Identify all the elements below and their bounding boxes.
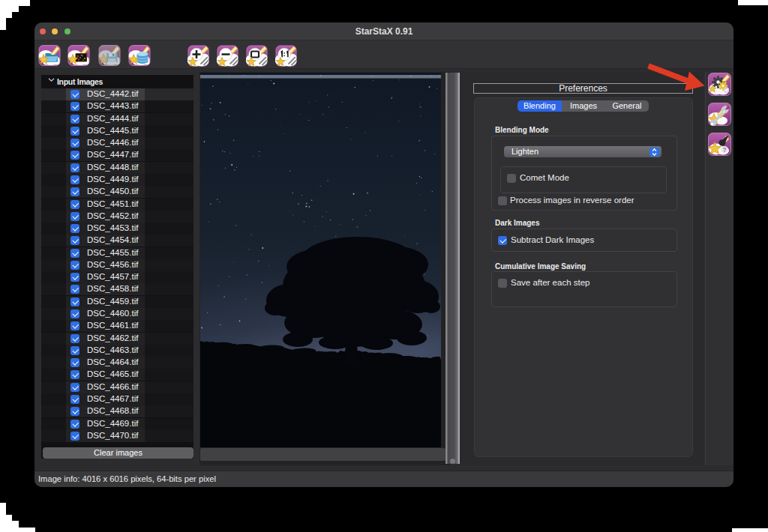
svg-text:?: ? <box>722 146 726 154</box>
